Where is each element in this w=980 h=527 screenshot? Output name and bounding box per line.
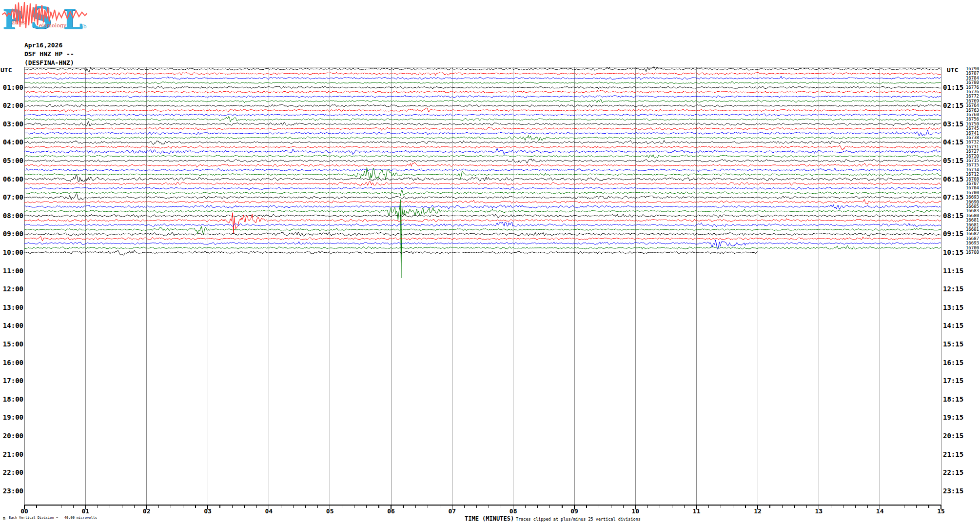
minute-tick-label: 15 xyxy=(937,507,945,515)
trace-line-0400 xyxy=(24,141,941,145)
trace-line-0730 xyxy=(24,204,941,209)
right-time-label: 22:15 xyxy=(943,469,972,476)
trace-line-0800 xyxy=(24,214,941,218)
minute-tick-label: 00 xyxy=(20,507,28,515)
minute-tick-label: 06 xyxy=(387,507,395,515)
trace-line-0830 xyxy=(24,222,941,227)
trace-line-0915 xyxy=(24,236,941,241)
right-time-label: 18:15 xyxy=(943,396,972,403)
helicorder-page: P S L atras eismology ab Apr16,2026 DSF … xyxy=(0,0,980,527)
trace-line-0500 xyxy=(24,159,941,163)
left-time-label: 06:00 xyxy=(0,176,23,183)
trace-line-0315 xyxy=(24,127,941,130)
trace-line-0330 xyxy=(24,130,941,136)
minute-tick-label: 04 xyxy=(265,507,273,515)
trace-offset-value: 16681 xyxy=(964,218,979,223)
left-time-label: 17:00 xyxy=(0,377,23,385)
left-time-label: 15:00 xyxy=(0,341,23,348)
left-time-label: 02:00 xyxy=(0,102,23,109)
clip-note: Traces clipped at plus/minus 25 vertical… xyxy=(516,517,641,522)
trace-line-0300 xyxy=(24,122,941,126)
trace-line-0515 xyxy=(24,162,941,167)
left-time-label: 09:00 xyxy=(0,230,23,238)
trace-line-0615 xyxy=(24,182,941,186)
minute-tick-label: 13 xyxy=(815,507,823,515)
trace-line-0130 xyxy=(24,95,941,98)
right-time-label: 20:15 xyxy=(943,432,972,440)
left-time-label: 21:00 xyxy=(0,451,23,458)
trace-line-0645 xyxy=(24,190,941,196)
left-time-label: 20:00 xyxy=(0,432,23,440)
right-time-label: 15:15 xyxy=(943,341,972,348)
scale-note: Each Vertical Division = 40.00 microvolt… xyxy=(9,516,97,520)
trace-line-0045 xyxy=(24,81,941,84)
minute-tick-label: 08 xyxy=(510,507,517,515)
trace-line-0215 xyxy=(24,108,941,112)
trace-offset-value: 16745 xyxy=(964,126,979,131)
left-time-label: 11:00 xyxy=(0,267,23,275)
left-time-label: 08:00 xyxy=(0,212,23,220)
trace-line-0630 xyxy=(24,187,941,190)
right-time-label: 21:15 xyxy=(943,451,972,458)
trace-line-0145 xyxy=(24,99,941,103)
trace-offset-value: 16708 xyxy=(964,250,979,255)
minute-tick-label: 12 xyxy=(754,507,762,515)
x-axis-title: TIME (MINUTES) xyxy=(465,515,514,522)
left-time-label: 01:00 xyxy=(0,84,23,91)
left-time-label: 19:00 xyxy=(0,414,23,421)
trace-offset-value: 16693 xyxy=(964,195,979,200)
trace-offset-value: 16693 xyxy=(964,241,979,245)
right-time-label: 23:15 xyxy=(943,487,972,495)
left-time-label: 23:00 xyxy=(0,487,23,495)
left-time-label: 10:00 xyxy=(0,249,23,256)
trace-line-0200 xyxy=(24,104,941,107)
left-time-label: 18:00 xyxy=(0,396,23,403)
trace-line-0745 xyxy=(24,200,941,278)
left-time-label: 04:00 xyxy=(0,139,23,146)
trace-line-0115 xyxy=(24,90,941,93)
left-time-label: 07:00 xyxy=(0,194,23,201)
right-time-label: 13:15 xyxy=(943,304,972,311)
trace-line-0100 xyxy=(24,86,941,89)
trace-line-0600 xyxy=(24,175,941,182)
micro-glyph: m xyxy=(3,516,5,521)
left-time-label: 13:00 xyxy=(0,304,23,311)
left-time-label: 05:00 xyxy=(0,157,23,164)
trace-offset-value: 16780 xyxy=(964,81,979,85)
trace-line-0245 xyxy=(24,116,941,122)
trace-line-0000 xyxy=(24,66,941,72)
left-time-label: 14:00 xyxy=(0,322,23,329)
minute-tick-label: 05 xyxy=(326,507,334,515)
trace-line-0230 xyxy=(24,114,941,116)
minute-tick-label: 11 xyxy=(693,507,701,515)
trace-line-0430 xyxy=(24,148,941,155)
trace-line-0445 xyxy=(24,155,941,158)
trace-line-0845 xyxy=(24,226,941,234)
minute-tick-label: 03 xyxy=(204,507,212,515)
left-time-label: 03:00 xyxy=(0,121,23,128)
trace-line-0015 xyxy=(24,72,941,76)
trace-offset-value: 16712 xyxy=(964,172,979,177)
trace-offset-value: 16727 xyxy=(964,149,979,154)
minute-tick-label: 10 xyxy=(632,507,640,515)
trace-line-0700 xyxy=(24,194,941,200)
right-time-label: 14:15 xyxy=(943,322,972,329)
right-time-label: 19:15 xyxy=(943,414,972,421)
right-time-label: 11:15 xyxy=(943,267,972,275)
trace-line-0530 xyxy=(24,168,941,172)
trace-line-0945 xyxy=(24,245,941,249)
left-time-label: 22:00 xyxy=(0,469,23,476)
trace-line-0415 xyxy=(24,145,941,150)
right-time-label: 17:15 xyxy=(943,377,972,385)
minute-tick-label: 01 xyxy=(82,507,90,515)
right-time-label: 12:15 xyxy=(943,285,972,293)
minute-tick-label: 07 xyxy=(449,507,456,515)
seismogram-plot xyxy=(0,0,980,527)
left-time-label: 12:00 xyxy=(0,285,23,293)
minute-tick-label: 09 xyxy=(570,507,578,515)
minute-tick-label: 14 xyxy=(876,507,884,515)
minute-tick-label: 02 xyxy=(143,507,151,515)
trace-line-0715 xyxy=(24,200,941,204)
trace-line-0030 xyxy=(24,76,941,80)
trace-offset-value: 16764 xyxy=(964,103,979,108)
